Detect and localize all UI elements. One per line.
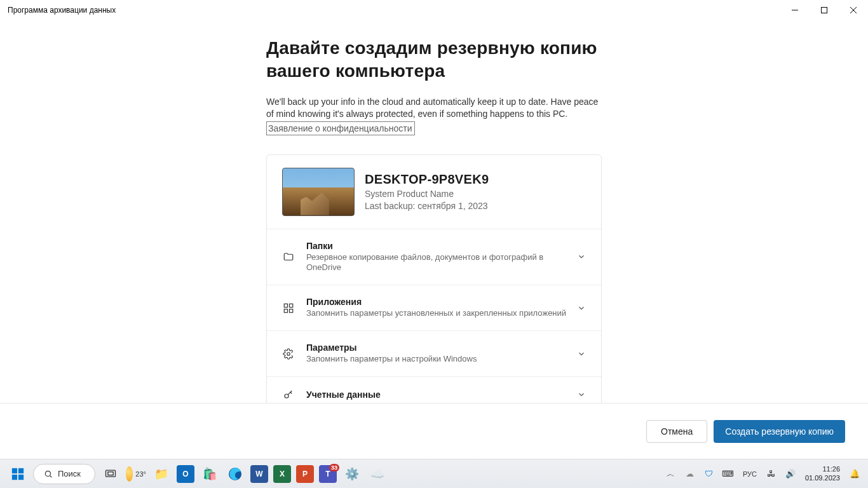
outlook-icon[interactable]: O [177,465,194,483]
device-wallpaper-thumb [282,168,355,216]
svg-line-15 [50,475,52,477]
privacy-link[interactable]: Заявление о конфиденциальности [266,121,415,135]
svg-rect-5 [290,304,293,307]
word-icon[interactable]: W [250,465,268,483]
device-product: System Product Name [365,189,489,199]
network-tray-icon[interactable]: 🖧 [764,467,778,481]
window-controls [780,0,868,20]
close-button[interactable] [839,0,868,20]
svg-rect-11 [18,468,24,473]
option-subtitle: Запомнить параметры и настройки Windows [306,354,577,365]
device-name: DESKTOP-9P8VEK9 [365,172,489,187]
page-description: We'll back up your info in the cloud and… [266,96,602,120]
date-text: 01.09.2023 [805,474,840,482]
window-title: Программа архивации данных [8,6,116,15]
option-title: Параметры [306,342,577,353]
weather-temp: 23° [135,470,146,478]
option-folders[interactable]: Папки Резервное копирование файлов, доку… [267,229,601,285]
option-subtitle: Запомнить параметры установленных и закр… [306,308,577,319]
option-title: Приложения [306,297,577,307]
svg-rect-10 [12,468,17,473]
tray-chevron-icon[interactable]: ︿ [664,467,678,481]
title-bar: Программа архивации данных [0,0,868,20]
gear-icon [282,348,295,360]
svg-point-8 [287,352,290,355]
key-icon [282,388,295,401]
powerpoint-icon[interactable]: P [296,465,314,483]
backup-app-icon[interactable]: ☁️ [367,464,388,484]
option-apps[interactable]: Приложения Запомнить параметры установле… [267,285,601,330]
svg-rect-12 [12,474,17,479]
svg-point-14 [45,471,50,476]
taskview-icon[interactable] [100,464,121,484]
svg-rect-17 [108,471,113,475]
chevron-down-icon [577,390,586,399]
svg-rect-7 [290,309,293,312]
clock[interactable]: 11:26 01.09.2023 [803,465,843,482]
svg-point-9 [285,394,288,398]
option-title: Учетные данные [306,390,577,400]
content-area: Давайте создадим резервную копию вашего … [0,20,868,403]
svg-rect-6 [284,309,287,312]
time-text: 11:26 [805,465,840,473]
footer-bar: Отмена Создать резервную копию [0,403,868,459]
taskbar-search[interactable]: Поиск [33,464,95,484]
page-title: Давайте создадим резервную копию вашего … [266,37,602,83]
chevron-down-icon [577,252,586,261]
minimize-button[interactable] [780,0,810,20]
svg-rect-4 [284,304,287,307]
weather-widget[interactable]: 23° [126,464,146,484]
search-label: Поиск [58,469,81,478]
sun-icon [126,466,133,482]
chevron-down-icon [577,349,586,358]
search-icon [44,470,53,478]
language-indicator[interactable]: РУС [740,470,759,478]
start-button[interactable] [8,464,28,484]
svg-rect-1 [822,8,827,13]
store-icon[interactable]: 🛍️ [200,464,220,484]
teams-icon[interactable]: T33 [319,465,337,483]
file-explorer-icon[interactable]: 📁 [151,464,172,484]
security-tray-icon[interactable]: 🛡 [702,467,716,481]
option-title: Папки [306,241,577,251]
option-subtitle: Резервное копирование файлов, документов… [306,252,577,274]
settings-icon[interactable]: ⚙️ [342,464,362,484]
taskbar: Поиск 23° 📁 O 🛍️ W X P T33 ⚙️ ☁️ ︿ ☁ 🛡 ⌨… [0,459,868,488]
folder-icon [282,250,295,263]
keyboard-tray-icon[interactable]: ⌨ [721,467,735,481]
svg-rect-13 [18,474,24,479]
maximize-button[interactable] [810,0,839,20]
create-backup-button[interactable]: Создать резервную копию [714,420,845,443]
device-last-backup: Last backup: сентября 1, 2023 [365,201,489,211]
edge-icon[interactable] [225,464,245,484]
teams-badge: 33 [329,464,339,471]
backup-card: DESKTOP-9P8VEK9 System Product Name Last… [266,154,602,403]
device-header: DESKTOP-9P8VEK9 System Product Name Last… [267,155,601,229]
apps-icon [282,302,295,315]
excel-icon[interactable]: X [273,465,291,483]
option-credentials[interactable]: Учетные данные [267,376,601,403]
option-settings[interactable]: Параметры Запомнить параметры и настройк… [267,330,601,376]
svg-rect-16 [106,470,116,477]
volume-tray-icon[interactable]: 🔊 [783,467,797,481]
app-window: Программа архивации данных Давайте созда… [0,0,868,459]
chevron-down-icon [577,304,586,313]
notifications-icon[interactable]: 🔔 [848,467,862,481]
cancel-button[interactable]: Отмена [646,420,707,443]
onedrive-tray-icon[interactable]: ☁ [683,467,697,481]
